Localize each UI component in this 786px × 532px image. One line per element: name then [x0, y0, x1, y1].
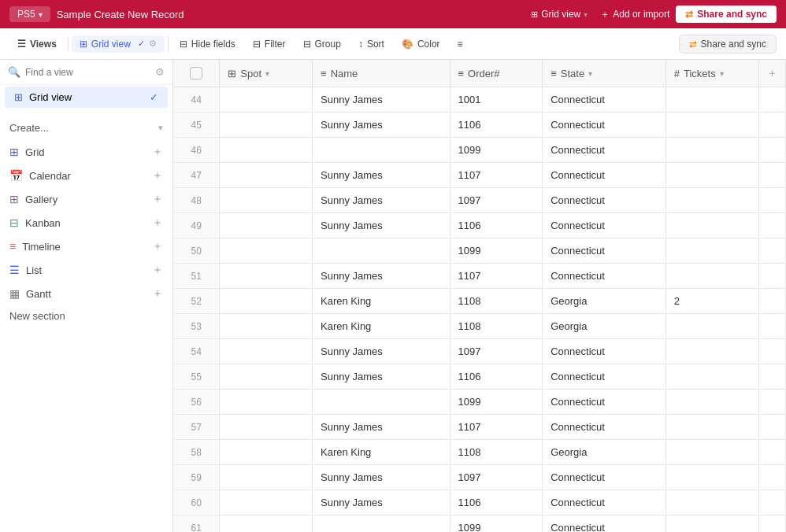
row-state[interactable]: Connecticut: [543, 113, 666, 138]
row-tickets[interactable]: [666, 113, 758, 138]
row-tickets[interactable]: [666, 465, 758, 490]
list-plus-icon[interactable]: ＋: [152, 263, 163, 277]
row-order[interactable]: 1108: [450, 314, 543, 339]
row-name[interactable]: Sunny James: [313, 213, 450, 238]
row-state[interactable]: Georgia: [543, 289, 666, 314]
table-row[interactable]: 49 Sunny James 1106 Connecticut: [173, 213, 786, 238]
sidebar-item-grid-view[interactable]: ⊞ Grid view ✓: [5, 87, 168, 108]
row-name[interactable]: Sunny James: [313, 339, 450, 364]
grid-view-settings-icon[interactable]: ⚙: [149, 39, 157, 49]
row-state[interactable]: Connecticut: [543, 490, 666, 515]
hide-fields-btn[interactable]: ⊟ Hide fields: [172, 35, 243, 53]
sidebar-item-gantt[interactable]: ▦ Gantt ＋: [0, 282, 172, 305]
table-row[interactable]: 48 Sunny James 1097 Connecticut: [173, 188, 786, 213]
table-row[interactable]: 52 Karen King 1108 Georgia 2: [173, 289, 786, 314]
settings-icon[interactable]: ⚙: [155, 66, 165, 78]
row-spot[interactable]: [220, 490, 313, 515]
table-row[interactable]: 51 Sunny James 1107 Connecticut: [173, 264, 786, 289]
row-spot[interactable]: [220, 289, 313, 314]
row-state[interactable]: Connecticut: [543, 138, 666, 163]
row-spot[interactable]: [220, 339, 313, 364]
row-spot[interactable]: [220, 213, 313, 238]
sidebar-item-gallery[interactable]: ⊞ Gallery ＋: [0, 187, 172, 211]
row-state[interactable]: Connecticut: [543, 213, 666, 238]
new-section-item[interactable]: New section: [0, 305, 172, 327]
row-name[interactable]: [313, 238, 450, 264]
row-name[interactable]: Sunny James: [313, 264, 450, 289]
row-tickets[interactable]: [666, 490, 758, 515]
row-name[interactable]: [313, 515, 450, 533]
row-order[interactable]: 1106: [450, 113, 543, 138]
row-tickets[interactable]: [666, 87, 758, 113]
row-name[interactable]: Sunny James: [313, 490, 450, 515]
add-import-btn[interactable]: ＋ Add or import: [600, 8, 669, 21]
row-tickets[interactable]: [666, 415, 758, 440]
row-order[interactable]: 1099: [450, 515, 543, 533]
table-row[interactable]: 59 Sunny James 1097 Connecticut: [173, 465, 786, 490]
row-state[interactable]: Connecticut: [543, 163, 666, 188]
row-spot[interactable]: [220, 163, 313, 188]
row-order[interactable]: 1001: [450, 87, 543, 113]
view-toggle-btn[interactable]: ⊞ Grid view ▾: [531, 9, 588, 20]
row-spot[interactable]: [220, 264, 313, 289]
row-spot[interactable]: [220, 238, 313, 264]
calendar-plus-icon[interactable]: ＋: [152, 168, 163, 183]
row-tickets[interactable]: 2: [666, 289, 758, 314]
row-tickets[interactable]: [666, 440, 758, 465]
row-order[interactable]: 1099: [450, 238, 543, 264]
table-row[interactable]: 55 Sunny James 1106 Connecticut: [173, 364, 786, 390]
row-order[interactable]: 1097: [450, 465, 543, 490]
row-spot[interactable]: [220, 465, 313, 490]
row-spot[interactable]: [220, 138, 313, 163]
row-order[interactable]: 1099: [450, 138, 543, 163]
row-name[interactable]: Karen King: [313, 440, 450, 465]
sidebar-item-calendar[interactable]: 📅 Calendar ＋: [0, 164, 172, 187]
share-sync-button[interactable]: ⇄ Share and sync: [676, 6, 777, 23]
table-row[interactable]: 45 Sunny James 1106 Connecticut: [173, 113, 786, 138]
row-order[interactable]: 1107: [450, 264, 543, 289]
row-order[interactable]: 1108: [450, 440, 543, 465]
row-spot[interactable]: [220, 440, 313, 465]
row-spot[interactable]: [220, 113, 313, 138]
row-order[interactable]: 1108: [450, 289, 543, 314]
grid-view-btn[interactable]: ⊞ Grid view ✓ ⚙: [72, 35, 165, 53]
row-tickets[interactable]: [666, 163, 758, 188]
search-input[interactable]: [25, 67, 150, 78]
row-state[interactable]: Connecticut: [543, 188, 666, 213]
row-name[interactable]: Sunny James: [313, 113, 450, 138]
row-order[interactable]: 1107: [450, 163, 543, 188]
table-row[interactable]: 53 Karen King 1108 Georgia: [173, 314, 786, 339]
table-row[interactable]: 61 1099 Connecticut: [173, 515, 786, 533]
row-name[interactable]: Karen King: [313, 289, 450, 314]
row-name[interactable]: Sunny James: [313, 87, 450, 113]
row-order[interactable]: 1107: [450, 415, 543, 440]
row-state[interactable]: Connecticut: [543, 415, 666, 440]
table-row[interactable]: 47 Sunny James 1107 Connecticut: [173, 163, 786, 188]
row-order[interactable]: 1099: [450, 390, 543, 415]
row-spot[interactable]: [220, 390, 313, 415]
gallery-plus-icon[interactable]: ＋: [152, 192, 163, 206]
row-state[interactable]: Connecticut: [543, 339, 666, 364]
row-name[interactable]: [313, 138, 450, 163]
row-spot[interactable]: [220, 415, 313, 440]
th-state[interactable]: ≡ State ▾: [543, 60, 666, 87]
th-tickets[interactable]: # Tickets ▾: [666, 60, 758, 87]
table-row[interactable]: 58 Karen King 1108 Georgia: [173, 440, 786, 465]
row-state[interactable]: Connecticut: [543, 264, 666, 289]
table-row[interactable]: 60 Sunny James 1106 Connecticut: [173, 490, 786, 515]
row-spot[interactable]: [220, 87, 313, 113]
views-toggle[interactable]: ☰ Views: [9, 35, 65, 53]
filter-btn[interactable]: ⊟ Filter: [245, 35, 294, 53]
ps5-tab[interactable]: PS5 ▾: [9, 6, 50, 22]
row-name[interactable]: Karen King: [313, 314, 450, 339]
row-name[interactable]: Sunny James: [313, 163, 450, 188]
table-row[interactable]: 50 1099 Connecticut: [173, 238, 786, 264]
row-name[interactable]: Sunny James: [313, 364, 450, 390]
row-tickets[interactable]: [666, 138, 758, 163]
row-tickets[interactable]: [666, 364, 758, 390]
header-checkbox[interactable]: [190, 67, 202, 79]
gantt-plus-icon[interactable]: ＋: [152, 286, 163, 301]
sidebar-item-kanban[interactable]: ⊟ Kanban ＋: [0, 211, 172, 235]
color-btn[interactable]: 🎨 Color: [394, 35, 448, 53]
row-order[interactable]: 1097: [450, 188, 543, 213]
